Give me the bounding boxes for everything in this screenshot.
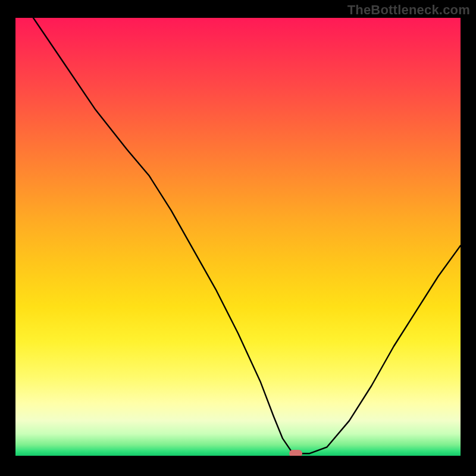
watermark-text: TheBottleneck.com — [347, 2, 470, 18]
optimum-marker — [289, 450, 302, 456]
bottleneck-curve — [15, 18, 461, 456]
chart-stage: TheBottleneck.com — [0, 0, 476, 476]
plot-area — [15, 18, 461, 456]
